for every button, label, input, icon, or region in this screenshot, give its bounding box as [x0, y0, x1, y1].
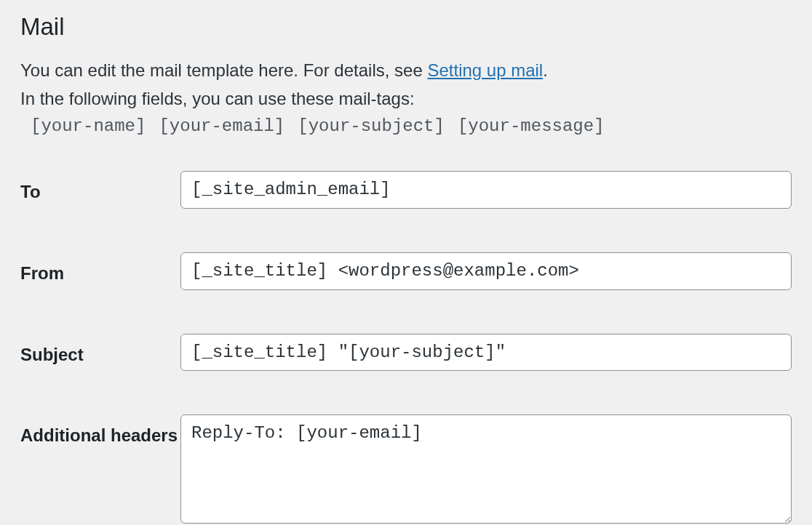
row-additional-headers: Additional headers [20, 414, 792, 525]
setting-up-mail-link[interactable]: Setting up mail [427, 60, 543, 80]
mail-tag: [your-subject] [298, 116, 445, 136]
textarea-additional-headers[interactable] [180, 414, 792, 524]
intro-line-1: You can edit the mail template here. For… [20, 57, 792, 84]
label-additional-headers: Additional headers [20, 414, 180, 449]
row-subject: Subject [20, 334, 792, 372]
row-to: To [20, 171, 792, 209]
row-from: From [20, 252, 792, 290]
label-subject: Subject [20, 334, 180, 368]
mail-tag: [your-email] [159, 116, 284, 136]
input-to[interactable] [180, 171, 792, 209]
section-heading: Mail [20, 13, 792, 41]
mail-form: To From Subject Additional headers [20, 171, 792, 525]
label-to: To [20, 171, 180, 205]
mail-tag: [your-name] [31, 116, 146, 136]
mail-tag: [your-message] [458, 116, 605, 136]
label-from: From [20, 252, 180, 286]
intro-line-2: In the following fields, you can use the… [20, 85, 792, 112]
input-from[interactable] [180, 252, 792, 290]
intro-text-1: You can edit the mail template here. For… [20, 60, 427, 80]
input-subject[interactable] [180, 334, 792, 372]
mail-tags-list: [your-name][your-email][your-subject][yo… [31, 116, 792, 136]
intro-text-1-tail: . [543, 60, 548, 80]
